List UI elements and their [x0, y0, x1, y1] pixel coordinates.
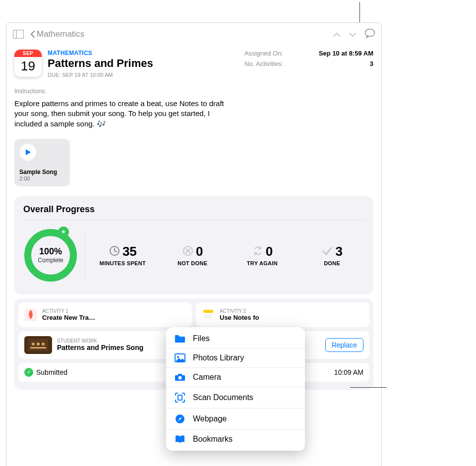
menu-photos-label: Photos Library — [193, 353, 244, 362]
play-icon[interactable] — [19, 144, 36, 161]
activity-1-tag: ACTIVITY 1 — [42, 308, 95, 314]
instructions-label: Instructions: — [14, 88, 373, 95]
calendar-month: SEP — [14, 50, 42, 57]
instructions-text: Explore patterns and primes to create a … — [14, 99, 238, 129]
menu-webpage-label: Webpage — [193, 414, 227, 423]
activity-1-name: Create New Tra… — [42, 314, 95, 321]
header-meta: Assigned On: Sep 10 at 8:59 AM No. Activ… — [244, 50, 373, 78]
svg-rect-23 — [178, 395, 182, 400]
svg-point-2 — [365, 29, 375, 37]
menu-item-camera[interactable]: Camera — [166, 367, 305, 387]
menu-files-label: Files — [193, 334, 210, 343]
submitted-label: Submitted — [36, 368, 67, 376]
instructions-block: Instructions: Explore patterns and prime… — [6, 82, 381, 131]
nav-up-icon[interactable] — [333, 29, 341, 40]
navbar: Mathematics — [6, 23, 381, 46]
not-done-value: 0 — [196, 244, 203, 259]
attach-source-menu: Files Photos Library Camera Scan Documen… — [166, 327, 305, 451]
svg-point-19 — [42, 343, 45, 346]
annotation-line-right — [350, 387, 387, 388]
menu-camera-label: Camera — [193, 373, 221, 382]
activity-2-tile[interactable]: ACTIVITY 2 Use Notes fo — [196, 302, 369, 327]
chevron-left-icon — [30, 30, 35, 38]
svg-point-21 — [177, 356, 179, 358]
minutes-value: 35 — [122, 244, 137, 259]
clock-icon — [109, 245, 120, 259]
stat-done: 3 DONE — [299, 244, 364, 266]
progress-ring: 100% Complete ★ — [23, 228, 78, 283]
book-icon — [174, 435, 186, 444]
menu-item-scan[interactable]: Scan Documents — [166, 387, 305, 408]
sample-media-card[interactable]: Sample Song 2:00 — [14, 139, 70, 186]
media-duration: 2:00 — [19, 175, 65, 181]
stat-minutes: 35 MINUTES SPENT — [90, 244, 155, 266]
try-again-value: 0 — [266, 244, 273, 259]
svg-rect-12 — [203, 310, 213, 313]
assignment-title: Patterns and Primes — [48, 57, 238, 70]
stat-try-again: 0 TRY AGAIN — [230, 244, 295, 266]
garageband-icon — [23, 307, 38, 322]
menu-item-bookmarks[interactable]: Bookmarks — [166, 429, 305, 449]
replace-button[interactable]: Replace — [325, 338, 363, 352]
chat-icon[interactable] — [364, 28, 375, 40]
star-badge-icon: ★ — [58, 227, 69, 237]
scan-icon — [174, 392, 186, 403]
x-circle-icon — [182, 245, 194, 259]
overall-progress-card: Overall Progress 100% Complete ★ 35 M — [14, 196, 373, 294]
photo-icon — [174, 353, 186, 362]
due-date: DUE: SEP 19 AT 10:00 AM — [48, 72, 238, 78]
media-title: Sample Song — [19, 169, 65, 175]
try-again-label: TRY AGAIN — [247, 260, 278, 266]
menu-scan-label: Scan Documents — [193, 393, 253, 402]
done-value: 3 — [335, 244, 342, 259]
activities-count-value: 3 — [309, 60, 373, 67]
header: SEP 19 MATHEMATICS Patterns and Primes D… — [6, 46, 381, 82]
progress-percent: 100% — [39, 246, 62, 257]
svg-point-22 — [178, 376, 182, 380]
activity-1-tile[interactable]: ACTIVITY 1 Create New Tra… — [18, 302, 192, 327]
progress-title: Overall Progress — [23, 204, 364, 215]
calendar-day: 19 — [21, 57, 35, 75]
svg-marker-3 — [26, 149, 31, 155]
subject-tag: MATHEMATICS — [48, 50, 238, 57]
menu-item-files[interactable]: Files — [166, 329, 305, 348]
submitted-time: 10:09 AM — [334, 368, 363, 376]
not-done-label: NOT DONE — [178, 260, 207, 266]
menu-item-photos[interactable]: Photos Library — [166, 348, 305, 367]
minutes-label: MINUTES SPENT — [100, 260, 146, 266]
sidebar-toggle-icon[interactable] — [12, 29, 24, 39]
check-icon — [321, 245, 333, 259]
svg-point-17 — [32, 343, 35, 346]
check-circle-icon: ✓ — [24, 368, 33, 377]
activities-count-label: No. Activities: — [244, 60, 294, 67]
calendar-icon: SEP 19 — [14, 50, 42, 77]
activity-2-name: Use Notes fo — [220, 314, 259, 321]
notes-icon — [201, 307, 216, 322]
progress-complete-label: Complete — [38, 257, 63, 264]
nav-down-icon[interactable] — [349, 29, 357, 40]
done-label: DONE — [324, 260, 340, 266]
assigned-on-value: Sep 10 at 8:59 AM — [309, 50, 373, 57]
refresh-icon — [252, 245, 264, 259]
activity-2-tag: ACTIVITY 2 — [220, 308, 259, 314]
camera-icon — [174, 373, 186, 382]
menu-bookmarks-label: Bookmarks — [193, 435, 233, 444]
menu-item-webpage[interactable]: Webpage — [166, 408, 305, 429]
compass-icon — [174, 413, 186, 424]
assigned-on-label: Assigned On: — [244, 50, 294, 57]
back-label: Mathematics — [37, 29, 84, 39]
folder-icon — [174, 334, 186, 343]
stat-not-done: 0 NOT DONE — [160, 244, 225, 266]
svg-point-18 — [37, 343, 40, 346]
svg-rect-16 — [30, 347, 46, 349]
student-work-thumbnail — [24, 336, 52, 354]
back-button[interactable]: Mathematics — [30, 29, 84, 39]
svg-rect-0 — [13, 30, 24, 39]
